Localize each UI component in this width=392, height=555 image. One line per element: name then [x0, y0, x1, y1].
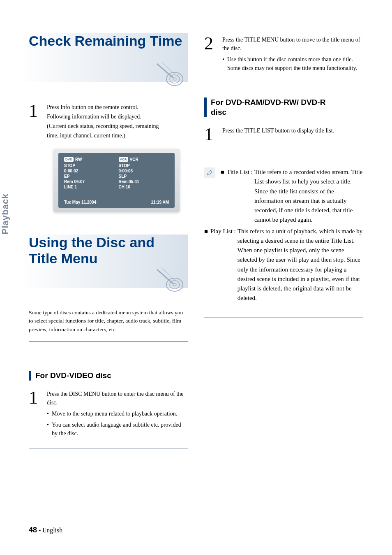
osd-row: DVD RW STOP 0:00:02 EP Rem 06:07 LINE 1 …: [64, 157, 169, 190]
divider-3: [204, 85, 363, 85]
osd-inner: DVD RW STOP 0:00:02 EP Rem 06:07 LINE 1 …: [58, 153, 175, 208]
step-number-2: 2: [204, 35, 216, 75]
divider-5: [204, 317, 363, 318]
note-block: ■ Title List : Title refers to a recorde…: [204, 167, 363, 305]
step2-body: Press the TITLE MENU button to move to t…: [222, 35, 363, 75]
osd-clock: 11:19 AM: [151, 200, 169, 204]
step-number-1b: 1: [29, 390, 40, 440]
side-tab-playback: Playback: [0, 194, 11, 235]
note-title-list: ■ Title List : Title refers to a recorde…: [221, 167, 363, 225]
title-list-label: Title List :: [227, 167, 253, 225]
page-content: Check Remaining Time 1 Press Info button…: [0, 0, 392, 478]
pencil-icon: [206, 170, 213, 176]
intro-paragraph: Some type of discs contains a dedicated …: [29, 309, 188, 334]
dvd-icon: DVD: [64, 157, 74, 162]
vcr-icon: VCR: [119, 157, 128, 162]
subheading-dvd-video: For DVD-VIDEO disc: [29, 371, 188, 381]
osd-dvd-label: DVD RW: [64, 157, 114, 162]
osd-vcr-stop: STOP: [119, 163, 169, 168]
play-list-label: Play List :: [210, 227, 236, 303]
step1-line3: (Current deck status, recording speed, r…: [47, 122, 188, 130]
dvdvideo-bullets: Move to the setup menu related to playba…: [47, 409, 188, 438]
svg-point-7: [173, 283, 176, 286]
dvdvideo-step1: 1 Press the DISC MENU button to enter th…: [29, 390, 188, 440]
ram-step1-body: Press the TITLE LIST button to display t…: [222, 126, 363, 143]
step-2-title-menu: 2 Press the TITLE MENU button to move to…: [204, 35, 363, 75]
step-number-1c: 1: [204, 126, 216, 143]
step-1-info: 1 Press Info button on the remote contro…: [29, 103, 188, 141]
osd-col-vcr: VCR VCR STOP 0:00:03 SLP Rem 05:41 CH 10: [119, 157, 169, 190]
sub2-line2: disc: [211, 108, 226, 116]
osd-dvd-input: LINE 1: [64, 185, 114, 189]
subheading-dvd-ram: For DVD-RAM/DVD-RW/ DVD-R disc: [204, 98, 363, 117]
play-list-text: This refers to a unit of playback, which…: [238, 227, 363, 303]
footer-sep: -: [37, 527, 42, 534]
osd-vcr-speed: SLP: [119, 174, 169, 179]
osd-vcr: VCR: [130, 157, 138, 162]
ram-step1-text: Press the TITLE LIST button to display t…: [222, 126, 363, 135]
h1b-line1: Using the Disc and: [29, 235, 154, 250]
svg-point-2: [170, 75, 180, 83]
svg-point-3: [173, 78, 176, 80]
step2-bullets: Use this button if the disc contains mor…: [222, 55, 363, 72]
title-block-disc-menu: Using the Disc and Title Menu: [29, 235, 188, 288]
osd-vcr-ch: CH 10: [119, 185, 169, 189]
footer-lang: English: [42, 527, 62, 534]
step1-line4: time, input channel, current time.): [47, 131, 188, 140]
square-bullet-2: ■: [204, 227, 208, 303]
right-column: 2 Press the TITLE MENU button to move to…: [204, 33, 363, 461]
dvdvideo-step1-text: Press the DISC MENU button to enter the …: [47, 390, 188, 407]
osd-dvd-stop: STOP: [64, 163, 114, 168]
left-column: Check Remaining Time 1 Press Info button…: [29, 33, 188, 461]
disc-decor-icon: [155, 62, 184, 86]
dvdvideo-step1-body: Press the DISC MENU button to enter the …: [47, 390, 188, 440]
divider-2: [29, 448, 188, 449]
osd-dvd-speed: EP: [64, 174, 114, 179]
dvdvideo-bullet-2: You can select audio language and subtit…: [47, 420, 188, 438]
step-number-1: 1: [29, 103, 40, 141]
step1-line1: Press Info button on the remote control.: [47, 103, 188, 111]
title-list-text: Title refers to a recorded video stream.…: [254, 167, 363, 225]
osd-dvd-rem: Rem 06:07: [64, 179, 114, 184]
ram-step1: 1 Press the TITLE LIST button to display…: [204, 126, 363, 143]
step2-text: Press the TITLE MENU button to move to t…: [222, 35, 363, 53]
heading-using-disc-title-menu: Using the Disc and Title Menu: [29, 235, 188, 267]
step-1-body: Press Info button on the remote control.…: [47, 103, 188, 141]
square-bullet: ■: [221, 167, 224, 225]
osd-col-dvd: DVD RW STOP 0:00:02 EP Rem 06:07 LINE 1: [64, 157, 114, 190]
sub2-line1: For DVD-RAM/DVD-RW/ DVD-R: [211, 98, 325, 107]
step1-line2: Following information will be displayed.: [47, 112, 188, 121]
osd-vcr-rem: Rem 05:41: [119, 179, 169, 184]
osd-date: Tue May 11.2004: [64, 200, 96, 204]
disc-decor-icon-2: [155, 267, 184, 292]
step2-bullet-1: Use this button if the disc contains mor…: [222, 55, 363, 72]
title-block-check-remaining: Check Remaining Time: [29, 33, 188, 82]
osd-vcr-time: 0:00:03: [119, 169, 169, 173]
page-number: 48: [29, 526, 37, 534]
h1b-line2: Title Menu: [29, 251, 98, 266]
heading-check-remaining-time: Check Remaining Time: [29, 33, 188, 49]
osd-bottom: Tue May 11.2004 11:19 AM: [64, 200, 169, 204]
svg-point-6: [170, 281, 180, 289]
note-body: ■ Title List : Title refers to a recorde…: [221, 167, 363, 305]
divider: [29, 222, 188, 222]
divider-4: [204, 155, 363, 155]
note-icon: [204, 167, 215, 178]
page-footer: 48 - English: [29, 526, 62, 534]
blue-divider: [29, 341, 188, 342]
dvdvideo-bullet-1: Move to the setup menu related to playba…: [47, 409, 188, 418]
osd-dvd-time: 0:00:02: [64, 169, 114, 173]
osd-rw: RW: [75, 157, 82, 162]
note-play-list: ■ Play List : This refers to a unit of p…: [204, 227, 363, 303]
osd-vcr-label: VCR VCR: [119, 157, 169, 162]
osd-display-panel: DVD RW STOP 0:00:02 EP Rem 06:07 LINE 1 …: [53, 149, 180, 212]
